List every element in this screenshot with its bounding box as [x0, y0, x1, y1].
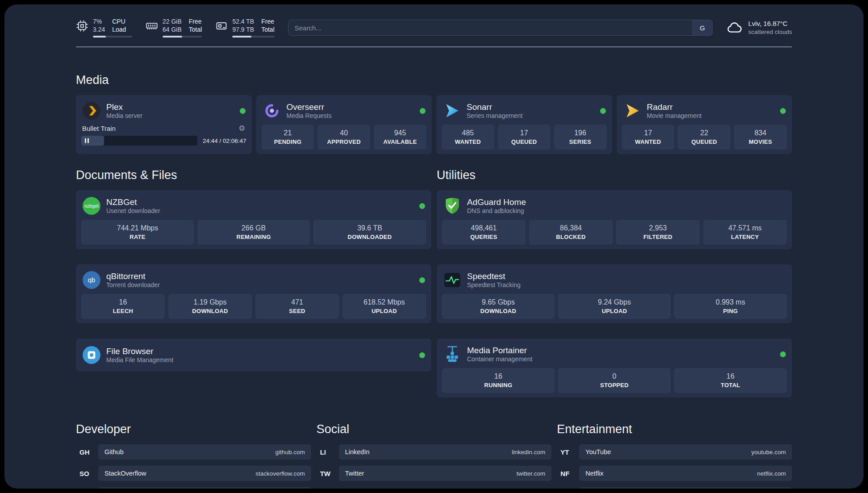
bookmark-link[interactable]: YouTube youtube.com — [579, 444, 792, 460]
bookmark-link[interactable]: Twitter twitter.com — [339, 466, 552, 481]
playback-progress-bar[interactable] — [81, 136, 197, 146]
app-card-sonarr[interactable]: Sonarr Series management 485 WANTED 17 Q… — [436, 95, 612, 154]
app-subtitle: Series management — [467, 112, 522, 119]
stat-tile: 0.993 ms PING — [674, 294, 787, 319]
bookmark-link[interactable]: Netflix netflix.com — [579, 466, 792, 481]
app-card-nzbget[interactable]: nzbget NZBGet Usenet downloader 744.21 M… — [76, 190, 431, 249]
cpu-progress-fill — [93, 36, 106, 38]
stat-value: 9.65 Gbps — [482, 298, 515, 306]
stat-label: APPROVED — [327, 138, 361, 145]
stat-value: 40 — [340, 129, 348, 137]
stat-value: 0 — [613, 372, 617, 380]
section-title-documents: Documents & Files — [76, 168, 431, 182]
bookmark-link[interactable]: Reddit reddit.com — [579, 487, 792, 489]
stat-value: 16 — [119, 298, 127, 306]
app-card-overseerr[interactable]: Overseerr Media Requests 21 PENDING 40 A… — [256, 95, 432, 154]
stat-tile: 2,953 FILTERED — [616, 220, 700, 245]
stat-tile: 16 TOTAL — [674, 368, 787, 393]
disk-progress-bar — [232, 36, 274, 38]
bookmark-stackoverflow: SO StackOverflow stackoverflow.com — [76, 466, 311, 481]
portainer-icon — [443, 345, 462, 363]
cpu-label: CPU — [112, 18, 126, 26]
topbar-divider — [76, 46, 792, 47]
bookmark-url: twitter.com — [517, 470, 546, 477]
bookmark-link[interactable]: LinkedIn linkedin.com — [339, 444, 552, 460]
bookmark-url: youtube.com — [751, 449, 786, 455]
status-indicator — [419, 352, 425, 358]
app-name: Speedtest — [467, 272, 521, 281]
stat-value: 744.21 Mbps — [117, 224, 159, 232]
bookmark-reddit: RE Reddit reddit.com — [557, 487, 792, 489]
stat-tile: 16 LEECH — [81, 294, 165, 319]
stat-tile: 22 QUEUED — [678, 125, 730, 150]
app-card-radarr[interactable]: Radarr Movie management 17 WANTED 22 QUE… — [617, 95, 793, 154]
stat-label: RATE — [129, 234, 146, 240]
stat-tile: 1.19 Gbps DOWNLOAD — [168, 294, 252, 319]
stat-label: QUERIES — [470, 234, 497, 240]
status-indicator — [240, 108, 246, 114]
stat-tile: 39.6 TB DOWNLOADED — [313, 220, 426, 245]
bookmark-url: github.com — [275, 449, 305, 455]
app-subtitle: Media File Management — [106, 356, 173, 363]
stat-label: SERIES — [569, 138, 591, 145]
stat-label: DOWNLOAD — [480, 308, 516, 314]
stat-tile: 945 AVAILABLE — [374, 125, 426, 150]
app-card-plex[interactable]: Plex Media server Bullet Train ⚙ — [76, 95, 252, 154]
stat-value: 618.52 Mbps — [363, 298, 405, 306]
stat-label: PING — [723, 308, 738, 314]
bookmark-abbr: NF — [557, 470, 579, 477]
stat-value: 471 — [291, 298, 303, 306]
stat-label: UPLOAD — [371, 308, 397, 314]
app-card-filebrowser[interactable]: File Browser Media File Management — [76, 338, 431, 372]
app-card-adguard[interactable]: AdGuard Home DNS and adblocking 498,461 … — [437, 190, 792, 249]
app-name: File Browser — [106, 347, 173, 356]
disk-progress-fill — [232, 36, 251, 38]
bookmark-dev: DT DEV dev.to — [76, 487, 311, 489]
stat-label: RUNNING — [484, 382, 513, 389]
app-subtitle: Media server — [106, 112, 142, 119]
app-name: Plex — [106, 102, 142, 112]
status-indicator — [420, 108, 426, 114]
stat-label: FILTERED — [643, 234, 672, 240]
stat-value: 498,461 — [471, 224, 497, 232]
ram-progress-bar — [163, 36, 202, 38]
cpu-usage-value: 7% — [93, 18, 105, 26]
ram-total-label: Total — [189, 26, 202, 34]
dashboard-frame: 7% 3.24 CPU Load — [4, 4, 864, 489]
stat-value: 21 — [284, 129, 292, 137]
section-media: Media Plex Media server — [76, 73, 792, 154]
gear-icon[interactable]: ⚙ — [238, 125, 245, 132]
section-utilities: Utilities AdGuard Home DNS and adblockin… — [437, 168, 792, 397]
ram-free-label: Free — [189, 18, 202, 26]
bookmark-link[interactable]: Github github.com — [98, 444, 311, 460]
qbittorrent-icon: qb — [82, 271, 101, 289]
section-entertainment: Entertainment YT YouTube youtube.com NF … — [557, 422, 792, 489]
app-card-speedtest[interactable]: Speedtest Speedtest Tracking 9.65 Gbps D… — [437, 264, 792, 323]
stat-label: WANTED — [635, 138, 661, 145]
app-card-qbittorrent[interactable]: qb qBittorrent Torrent downloader 16 — [76, 264, 431, 323]
disk-widget: 52.4 TB 97.9 TB Free Total — [215, 18, 274, 38]
bookmark-link[interactable]: StackOverflow stackoverflow.com — [98, 466, 311, 481]
ram-progress-fill — [163, 36, 182, 38]
stat-value: 1.19 Gbps — [194, 298, 227, 306]
cpu-load-label: Load — [112, 26, 126, 34]
stat-value: 39.6 TB — [357, 224, 382, 232]
stat-label: DOWNLOAD — [192, 308, 228, 314]
disk-free-value: 52.4 TB — [232, 18, 254, 26]
stat-value: 196 — [574, 129, 586, 137]
pause-icon[interactable] — [85, 138, 89, 143]
stat-label: STOPPED — [600, 382, 629, 389]
search-input[interactable] — [288, 24, 693, 32]
search-engine-button[interactable]: G — [693, 20, 712, 35]
disk-total-value: 97.9 TB — [232, 26, 254, 34]
stat-value: 834 — [755, 129, 767, 137]
stat-value: 47.571 ms — [728, 224, 762, 232]
status-indicator — [419, 277, 425, 283]
app-subtitle: DNS and adblocking — [467, 207, 526, 214]
stat-value: 17 — [644, 129, 652, 137]
app-subtitle: Usenet downloader — [106, 207, 160, 214]
app-card-portainer[interactable]: Media Portainer Container management 16 … — [437, 338, 792, 397]
bookmark-link[interactable]: DEV dev.to — [98, 487, 311, 489]
stat-tile: 9.65 Gbps DOWNLOAD — [442, 294, 555, 319]
disk-free-label: Free — [261, 18, 275, 26]
